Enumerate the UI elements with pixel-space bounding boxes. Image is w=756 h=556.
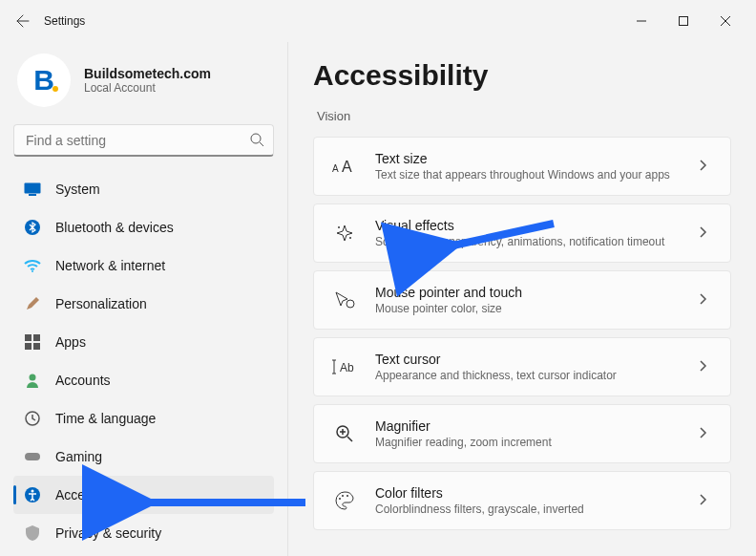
search-input[interactable] (13, 124, 274, 157)
svg-rect-0 (680, 17, 688, 26)
card-title: Color filters (375, 485, 682, 501)
card-title: Text cursor (375, 352, 682, 367)
card-magnifier[interactable]: MagnifierMagnifier reading, zoom increme… (313, 404, 731, 463)
chevron-right-icon (700, 292, 713, 308)
card-title: Text size (375, 151, 682, 166)
maximize-button[interactable] (662, 6, 704, 36)
avatar: B (17, 53, 71, 107)
sparkle-icon (331, 220, 358, 246)
sidebar: B Buildsometech.com Local Account System… (0, 42, 288, 556)
svg-rect-6 (25, 334, 32, 341)
svg-point-24 (346, 495, 348, 497)
sidebar-item-system[interactable]: System (13, 170, 274, 208)
card-text-cursor[interactable]: Ab Text cursorAppearance and thickness, … (313, 337, 731, 396)
account-text: Buildsometech.com Local Account (84, 66, 211, 95)
sidebar-item-label: System (55, 182, 100, 197)
svg-rect-8 (25, 343, 32, 350)
sidebar-item-personalization[interactable]: Personalization (13, 285, 274, 323)
sidebar-item-apps[interactable]: Apps (13, 323, 274, 361)
card-sub: Colorblindness filters, grayscale, inver… (375, 503, 682, 516)
card-title: Visual effects (375, 218, 682, 233)
card-text-size[interactable]: AA Text sizeText size that appears throu… (313, 137, 731, 196)
card-sub: Mouse pointer color, size (375, 302, 682, 315)
sidebar-item-accessibility[interactable]: Accessibility (13, 476, 274, 514)
svg-point-5 (32, 270, 33, 272)
pointer-icon (331, 287, 358, 313)
card-color-filters[interactable]: Color filtersColorblindness filters, gra… (313, 471, 731, 530)
svg-text:A: A (332, 163, 339, 174)
sidebar-item-label: Privacy & security (55, 525, 161, 541)
main-content: Accessibility Vision AA Text sizeText si… (288, 42, 756, 556)
bluetooth-icon (23, 218, 42, 237)
title-bar: Settings (0, 0, 756, 42)
paintbrush-icon (23, 294, 42, 313)
svg-point-17 (338, 226, 340, 228)
sidebar-item-accounts[interactable]: Accounts (13, 361, 274, 399)
window-title: Settings (44, 14, 85, 28)
arrow-left-icon (15, 13, 31, 29)
close-button[interactable] (704, 6, 746, 36)
svg-point-23 (342, 495, 344, 497)
svg-text:Ab: Ab (340, 361, 354, 374)
card-title: Magnifier (375, 418, 682, 434)
svg-point-22 (339, 498, 341, 500)
chevron-right-icon (700, 493, 713, 508)
account-name: Buildsometech.com (84, 66, 211, 81)
sidebar-item-label: Gaming (55, 449, 102, 464)
wifi-icon (23, 256, 42, 275)
account-block[interactable]: B Buildsometech.com Local Account (13, 42, 274, 124)
minimize-button[interactable] (620, 6, 662, 36)
svg-rect-3 (29, 194, 36, 196)
apps-icon (23, 332, 42, 352)
sidebar-item-privacy[interactable]: Privacy & security (13, 514, 274, 552)
sidebar-item-label: Bluetooth & devices (55, 220, 174, 235)
sidebar-item-label: Personalization (55, 296, 147, 311)
close-icon (721, 16, 730, 26)
avatar-dot-icon (52, 86, 58, 92)
text-size-icon: AA (331, 153, 358, 180)
nav: System Bluetooth & devices Network & int… (13, 170, 274, 552)
account-sub: Local Account (84, 81, 211, 95)
sidebar-item-time[interactable]: Time & language (13, 399, 274, 438)
gaming-icon (23, 447, 42, 466)
svg-rect-9 (33, 343, 40, 350)
card-visual-effects[interactable]: Visual effectsScroll bars, transparency,… (313, 203, 731, 263)
sidebar-item-label: Accounts (55, 373, 111, 388)
shield-icon (23, 524, 42, 543)
svg-rect-12 (25, 453, 40, 460)
display-icon (23, 180, 42, 199)
card-sub: Text size that appears throughout Window… (375, 168, 682, 182)
section-label: Vision (317, 109, 731, 123)
maximize-icon (679, 16, 688, 26)
svg-point-18 (349, 237, 351, 239)
sidebar-item-label: Time & language (55, 411, 156, 426)
sidebar-item-bluetooth[interactable]: Bluetooth & devices (13, 208, 274, 246)
clock-icon (23, 409, 42, 428)
minimize-icon (637, 16, 646, 26)
svg-text:A: A (342, 159, 352, 175)
accessibility-icon (23, 485, 42, 504)
chevron-right-icon (700, 426, 713, 441)
avatar-letter: B (33, 64, 54, 96)
svg-point-10 (30, 374, 36, 381)
svg-rect-7 (33, 334, 40, 341)
back-button[interactable] (10, 8, 36, 34)
sidebar-item-gaming[interactable]: Gaming (13, 438, 274, 476)
magnifier-icon (331, 420, 358, 447)
card-mouse-pointer[interactable]: Mouse pointer and touchMouse pointer col… (313, 270, 731, 330)
search-box[interactable] (13, 124, 274, 157)
card-sub: Magnifier reading, zoom increment (375, 436, 682, 449)
svg-rect-2 (25, 183, 41, 194)
text-cursor-icon: Ab (331, 353, 358, 380)
search-icon (249, 132, 264, 150)
card-sub: Appearance and thickness, text cursor in… (375, 369, 682, 382)
chevron-right-icon (700, 225, 713, 241)
sidebar-item-label: Apps (55, 334, 86, 350)
palette-icon (331, 487, 358, 514)
card-title: Mouse pointer and touch (375, 285, 682, 300)
svg-point-1 (251, 134, 261, 143)
sidebar-item-network[interactable]: Network & internet (13, 246, 274, 285)
chevron-right-icon (700, 359, 713, 374)
person-icon (23, 371, 42, 390)
card-sub: Scroll bars, transparency, animations, n… (375, 235, 682, 248)
